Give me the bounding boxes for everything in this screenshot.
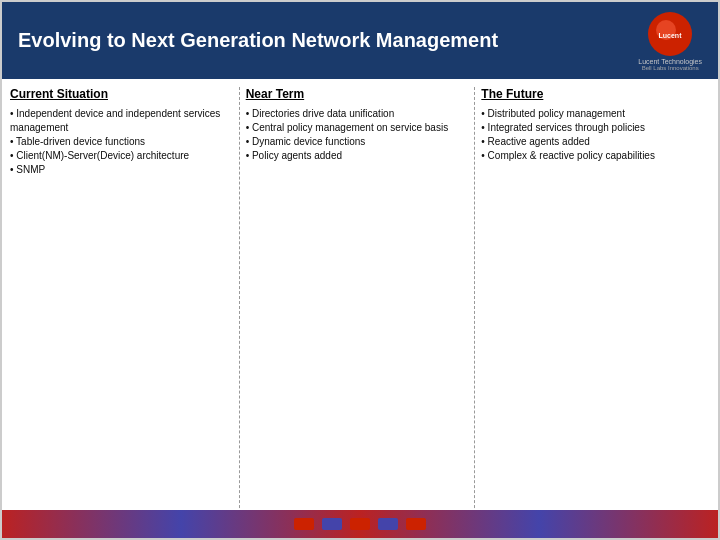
column-near-text: • Directories drive data unification • C… [246, 107, 469, 163]
bottom-bar [2, 510, 718, 538]
lucent-sub: Bell Labs Innovations [642, 65, 699, 71]
column-near-title: Near Term [246, 87, 469, 101]
page-title: Evolving to Next Generation Network Mana… [18, 29, 498, 52]
svg-text:Lucent: Lucent [659, 32, 683, 39]
slide: Evolving to Next Generation Network Mana… [0, 0, 720, 540]
text-columns: Current Situation • Independent device a… [2, 79, 718, 531]
column-current: Current Situation • Independent device a… [10, 87, 240, 523]
header: Evolving to Next Generation Network Mana… [2, 2, 718, 79]
column-near: Near Term • Directories drive data unifi… [246, 87, 476, 523]
lucent-logo: Lucent Lucent Technologies Bell Labs Inn… [638, 10, 702, 71]
column-current-text: • Independent device and independent ser… [10, 107, 233, 177]
column-future-title: The Future [481, 87, 704, 101]
column-future: The Future • Distributed policy manageme… [481, 87, 710, 523]
column-current-title: Current Situation [10, 87, 233, 101]
column-future-text: • Distributed policy management • Integr… [481, 107, 704, 163]
lucent-name: Lucent Technologies [638, 58, 702, 65]
lucent-logo-icon: Lucent [646, 10, 694, 58]
